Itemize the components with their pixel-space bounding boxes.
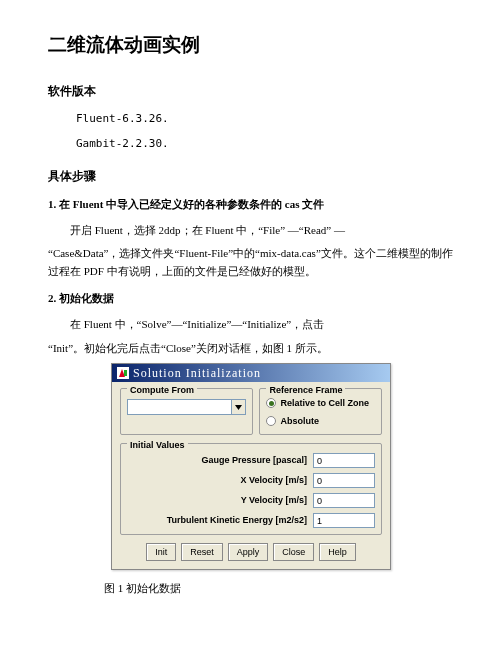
reset-button[interactable]: Reset (181, 543, 223, 561)
gauge-pressure-label: Gauge Pressure [pascal] (127, 453, 313, 467)
radio-relative-label: Relative to Cell Zone (280, 396, 369, 410)
radio-absolute[interactable]: Absolute (266, 414, 375, 428)
combo-dropdown-icon[interactable] (232, 399, 246, 415)
radio-icon (266, 398, 276, 408)
step2-paragraph-a: 在 Fluent 中，“Solve”—“Initialize”—“Initial… (48, 316, 454, 334)
step1-heading: 1. 在 Fluent 中导入已经定义好的各种参数条件的 cas 文件 (48, 196, 454, 214)
radio-icon (266, 416, 276, 426)
software-line-1: Fluent-6.3.26. (76, 110, 454, 128)
step2-paragraph-b: “Init”。初始化完后点击“Close”关闭对话框，如图 1 所示。 (48, 340, 454, 358)
dialog-title-text: Solution Initialization (133, 364, 261, 383)
figure-caption: 图 1 初始化数据 (48, 580, 454, 598)
y-velocity-label: Y Velocity [m/s] (127, 493, 313, 507)
radio-absolute-label: Absolute (280, 414, 319, 428)
apply-button[interactable]: Apply (228, 543, 269, 561)
step1-paragraph-b: “Case&Data”，选择文件夹“Fluent-File”中的“mix-dat… (48, 245, 454, 280)
solution-init-dialog: Solution Initialization Compute From Ref… (111, 363, 391, 570)
software-heading: 软件版本 (48, 82, 454, 101)
tke-label: Turbulent Kinetic Energy [m2/s2] (127, 513, 313, 527)
reference-frame-label: Reference Frame (266, 383, 345, 397)
y-velocity-input[interactable]: 0 (313, 493, 375, 508)
fluent-app-icon (117, 367, 129, 379)
x-velocity-label: X Velocity [m/s] (127, 473, 313, 487)
dialog-titlebar: Solution Initialization (112, 364, 390, 382)
software-line-2: Gambit-2.2.30. (76, 135, 454, 153)
compute-from-label: Compute From (127, 383, 197, 397)
gauge-pressure-input[interactable]: 0 (313, 453, 375, 468)
page-title: 二维流体动画实例 (48, 30, 454, 60)
init-button[interactable]: Init (146, 543, 176, 561)
dialog-screenshot: Solution Initialization Compute From Ref… (48, 363, 454, 570)
radio-relative[interactable]: Relative to Cell Zone (266, 396, 375, 410)
compute-from-value[interactable] (127, 399, 232, 415)
initial-values-label: Initial Values (127, 438, 188, 452)
compute-from-combo[interactable] (127, 399, 246, 415)
step1-paragraph-a: 开启 Fluent，选择 2ddp；在 Fluent 中，“File” —“Re… (48, 222, 454, 240)
step2-heading: 2. 初始化数据 (48, 290, 454, 308)
help-button[interactable]: Help (319, 543, 356, 561)
svg-rect-1 (124, 370, 127, 376)
steps-heading: 具体步骤 (48, 167, 454, 186)
close-button[interactable]: Close (273, 543, 314, 561)
x-velocity-input[interactable]: 0 (313, 473, 375, 488)
tke-input[interactable]: 1 (313, 513, 375, 528)
